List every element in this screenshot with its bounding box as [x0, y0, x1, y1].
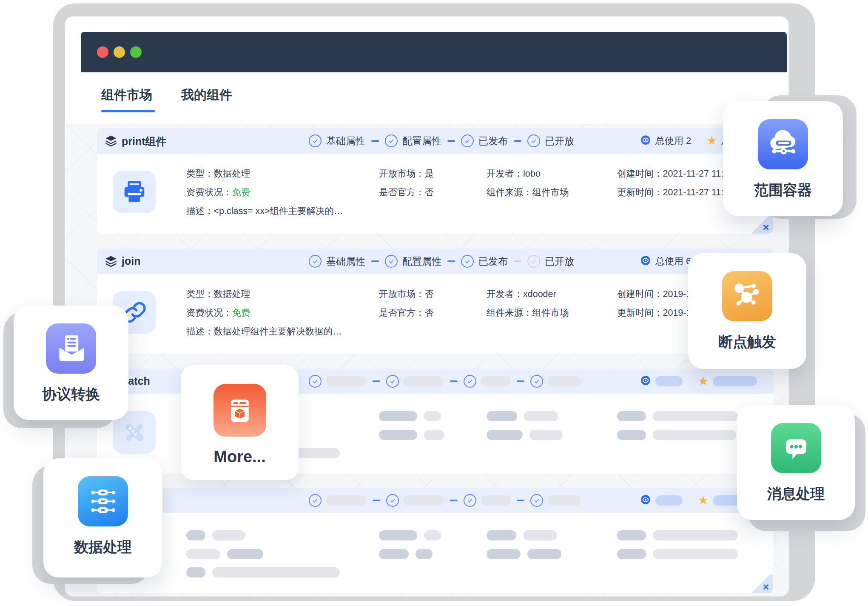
skeleton-pill [481, 495, 511, 506]
component-name: join [122, 255, 140, 267]
field-label: 开放市场： [379, 289, 425, 299]
step-label: 已开放 [545, 255, 574, 268]
status-steps-skeleton [309, 488, 581, 513]
skeleton-pill [404, 376, 444, 386]
minimize-window-button[interactable] [114, 46, 125, 58]
maximize-window-button[interactable] [130, 46, 142, 58]
field-label: 描述： [186, 326, 214, 337]
tab-bar: 组件市场 我的组件 [101, 86, 232, 112]
card-header: print组件 基础属性 配置属性 已发布 已开放 [97, 128, 773, 154]
close-icon[interactable]: × [763, 581, 769, 592]
chip-label: 范围容器 [754, 180, 812, 200]
component-card-skeleton[interactable]: ★ × [97, 488, 773, 593]
app-window: 组件市场 我的组件 print组件 基础属性 [65, 16, 789, 597]
field-value: 否 [425, 187, 434, 197]
check-icon [385, 255, 398, 268]
check-icon [461, 255, 474, 268]
molecule-icon [722, 271, 772, 321]
chip-label: 协议转换 [42, 385, 100, 404]
field-label: 开放市场： [379, 169, 425, 179]
chip-scope-container[interactable]: 范围容器 [723, 101, 843, 216]
card-body: 类型：数据处理 资费状况：免费 描述：<p.class= xx>组件主要解决的…… [97, 154, 773, 234]
field-label: 资费状况： [186, 187, 232, 197]
usage-icon [640, 134, 651, 147]
inbox-document-icon [46, 323, 96, 374]
skeleton-field [186, 530, 245, 540]
chip-protocol-conversion[interactable]: 协议转换 [14, 306, 128, 420]
dismiss-corner[interactable]: × [749, 215, 773, 234]
field-value: 是 [425, 169, 434, 179]
skeleton-field [617, 549, 738, 559]
status-steps: 基础属性 配置属性 已发布 已开放 [309, 128, 574, 154]
usage-count: 总使用 2 [655, 134, 691, 147]
field-value: 数据处理组件主要解决数据的… [214, 326, 342, 337]
skeleton-pill [713, 376, 757, 386]
field-label: 开发者： [487, 169, 523, 179]
field-value: 组件市场 [532, 187, 569, 197]
check-icon [530, 375, 543, 388]
chip-data-processing[interactable]: 数据处理 [43, 458, 162, 577]
field-label: 组件来源： [487, 187, 532, 197]
field-value: xdooder [523, 289, 556, 299]
star-icon: ★ [706, 135, 717, 147]
step-label: 已开放 [545, 134, 574, 148]
usage-count: 总使用 6 [655, 255, 691, 268]
skeleton-pill [481, 376, 511, 386]
chip-label: 数据处理 [74, 537, 132, 557]
dismiss-corner[interactable]: × [749, 575, 773, 593]
printer-icon [113, 171, 156, 213]
tab-label: 组件市场 [101, 88, 152, 102]
field-value: 否 [425, 308, 434, 318]
card-body-skeleton: × [97, 513, 773, 593]
field-label: 创建时间： [617, 289, 663, 299]
tab-component-market[interactable]: 组件市场 [101, 86, 155, 112]
app-store-icon [213, 384, 266, 437]
card-header: ★ [97, 488, 773, 513]
field-label: 是否官方： [379, 308, 425, 318]
check-icon [309, 134, 322, 147]
close-icon[interactable]: × [763, 222, 769, 233]
component-card-print[interactable]: print组件 基础属性 配置属性 已发布 已开放 [97, 128, 773, 234]
close-window-button[interactable] [97, 46, 108, 58]
skeleton-field [617, 430, 736, 440]
chat-bubble-icon [771, 423, 821, 473]
field-value: 组件市场 [532, 308, 569, 318]
star-icon: ★ [698, 495, 709, 506]
step-dash [450, 380, 458, 382]
field-label: 开发者： [487, 289, 523, 299]
skeleton-field [617, 530, 738, 540]
skeleton-field [379, 549, 433, 559]
active-tab-underline [101, 110, 155, 112]
skeleton-field [487, 549, 561, 559]
check-icon [386, 494, 399, 507]
skeleton-pill [326, 376, 367, 386]
step-label: 基础属性 [326, 255, 365, 268]
field-label: 类型： [186, 169, 214, 179]
chip-more[interactable]: More... [181, 365, 299, 480]
field-label: 类型： [186, 289, 214, 299]
component-list: print组件 基础属性 配置属性 已发布 已开放 [65, 124, 788, 596]
chip-message-processing[interactable]: 消息处理 [737, 405, 855, 520]
skeleton-field [617, 411, 738, 421]
step-dash [447, 140, 455, 142]
field-value-free: 免费 [232, 187, 250, 197]
step-dash [450, 500, 458, 501]
card-metrics-skeleton: ★ [640, 369, 757, 394]
step-dash [517, 500, 524, 501]
skeleton-pill [404, 495, 444, 506]
field-value: 2021-11-27 11:2 [663, 169, 729, 179]
component-card-join[interactable]: join 基础属性 配置属性 已发布 已开放 [97, 249, 773, 354]
skeleton-field [487, 530, 557, 540]
tab-my-components[interactable]: 我的组件 [181, 86, 232, 112]
chip-breakpoint-trigger[interactable]: 断点触发 [688, 253, 806, 369]
field-value: 2019-1 [663, 289, 692, 299]
field-value: lobo [523, 169, 541, 179]
status-steps-skeleton [309, 369, 581, 394]
chip-label: 断点触发 [718, 332, 776, 352]
step-label: 已发布 [478, 255, 508, 268]
skeleton-field [487, 430, 563, 440]
skeleton-field [379, 430, 444, 440]
field-label: 组件来源： [487, 308, 532, 318]
usage-icon [640, 494, 651, 507]
step-dash [371, 140, 379, 142]
